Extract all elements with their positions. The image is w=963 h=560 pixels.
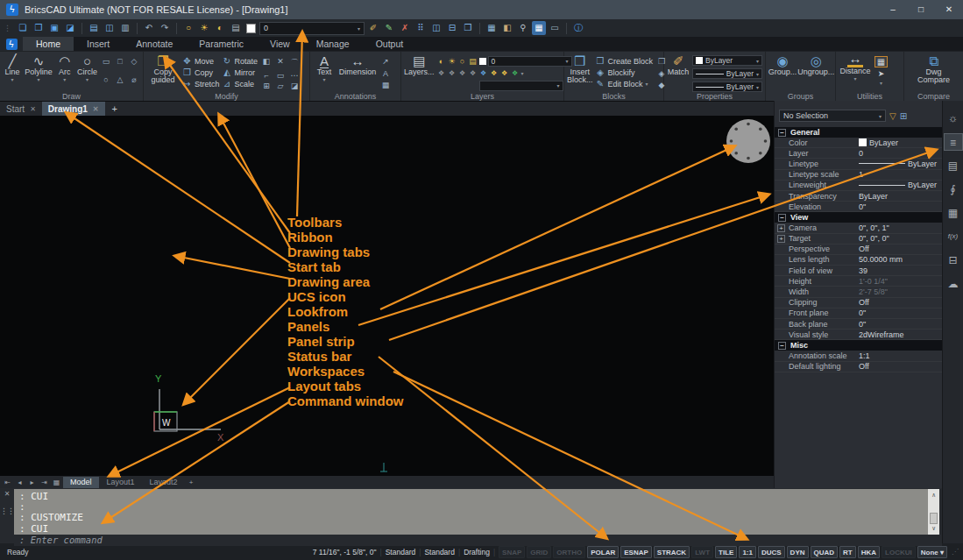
status-toggle-polar[interactable]: POLAR [587, 546, 619, 558]
last-tab-icon[interactable]: ⇥ [39, 478, 50, 486]
section-header-general[interactable]: −General [775, 127, 942, 138]
scroll-down-icon[interactable]: ∨ [928, 523, 939, 534]
first-tab-icon[interactable]: ⇤ [2, 478, 13, 486]
command-scrollbar[interactable]: ∧ ∨ [928, 489, 939, 535]
next-tab-icon[interactable]: ▸ [26, 478, 38, 486]
application-button[interactable]: ϟ [0, 37, 23, 51]
print-preview-icon[interactable]: ◫ [103, 21, 117, 35]
draw-tool-icon-6[interactable]: ⌀ [128, 75, 140, 92]
property-value[interactable]: 0" [859, 308, 942, 317]
property-value[interactable]: 0", 0", 1" [859, 223, 942, 232]
property-value[interactable]: 39 [859, 266, 942, 275]
redo-icon[interactable]: ↷ [158, 21, 172, 35]
structure-icon[interactable]: ⊟ [944, 252, 963, 269]
ribbon-tab-view[interactable]: View [257, 37, 303, 51]
property-value[interactable]: 1 [859, 170, 942, 179]
distance-button[interactable]: ↔ Distance▾ [839, 53, 872, 91]
draw-tool-icon-4[interactable]: ○ [100, 75, 112, 92]
layer-state-dropdown[interactable]: ▾ [479, 81, 563, 91]
text-tool-button[interactable]: A Text▾ [313, 53, 336, 91]
status-toggle-none[interactable]: None ▾ [917, 546, 947, 558]
status-field-standard[interactable]: Standard [424, 548, 455, 556]
property-value[interactable]: ByLayer [859, 192, 942, 201]
save-icon[interactable]: ▣ [47, 21, 61, 35]
layer-select-dropdown[interactable]: 0▾ [488, 56, 572, 67]
modify-tool-icon-7[interactable]: ⊞ [260, 82, 273, 91]
coordinates-display[interactable]: 7 11/16", -1 5/8", 0" [313, 548, 377, 556]
layer-toggle-icon-1[interactable]: ▤ [469, 57, 478, 66]
command-window-grip[interactable]: ⋮⋮ [0, 507, 14, 515]
layers-icon[interactable]: ▤ [944, 157, 963, 174]
layout-tab-model[interactable]: Model [63, 477, 99, 488]
status-toggle-strack[interactable]: STRACK [654, 546, 690, 558]
line-tool-button[interactable]: ╱ Line▾ [3, 53, 22, 91]
mechanical-browser-icon[interactable]: f(x) [944, 228, 963, 245]
layer-off-icon[interactable]: ○ [181, 21, 195, 35]
create-block-button[interactable]: ❒Create Block [596, 56, 654, 66]
layer-state-icon-7[interactable]: ❖ [500, 69, 509, 77]
attachments-icon[interactable]: ∮ [944, 181, 963, 198]
layer-state-icon-4[interactable]: ❖ [469, 69, 478, 77]
layout-tab-layout1[interactable]: Layout1 [100, 477, 142, 488]
selection-dropdown[interactable]: No Selection▾ [779, 110, 886, 122]
toolbar-grip[interactable]: ⋮ [4, 24, 11, 32]
ungroup-button[interactable]: ◎ Ungroup... [799, 53, 832, 91]
property-value[interactable]: Off [859, 362, 942, 371]
drawing-area[interactable]: W Y X [0, 116, 774, 476]
clean-screen-icon[interactable]: ▭ [548, 21, 562, 35]
quick-select-icon[interactable]: ▦ [874, 56, 888, 67]
chevron-down-icon[interactable]: ▾ [521, 70, 524, 76]
minimize-button[interactable]: – [879, 0, 907, 19]
ribbon-tab-parametric[interactable]: Parametric [186, 37, 257, 51]
sheet-sets-icon[interactable]: ▦ [944, 204, 963, 222]
layer-toggle-icon-4[interactable]: ◐ [437, 57, 446, 66]
modify-tool-icon-4[interactable]: ⌐ [260, 71, 273, 81]
utilities-more-carat[interactable]: ▾ [880, 80, 882, 86]
stretch-button[interactable]: ↦Stretch [182, 79, 220, 89]
scale-button[interactable]: ⊿Scale [223, 79, 258, 89]
entity-color-dropdown[interactable]: ByLayer▾ [692, 55, 762, 66]
status-toggle-grid[interactable]: GRID [527, 546, 551, 558]
layer-state-icon-8[interactable]: ❖ [511, 69, 520, 77]
edit-entity-icon[interactable]: ✎ [382, 21, 396, 35]
status-toggle-lockui[interactable]: LOCKUI [882, 546, 916, 558]
id-point-icon[interactable]: ➤ [878, 69, 885, 78]
section-header-misc[interactable]: −Misc [775, 340, 942, 351]
layout-tab-layout2[interactable]: Layout2 [143, 477, 185, 488]
property-value[interactable]: ByLayer [859, 181, 942, 189]
expand-icon[interactable]: + [777, 235, 785, 243]
open-file-icon[interactable]: ❐ [32, 21, 46, 35]
close-tab-icon[interactable]: ✕ [93, 105, 99, 113]
ribbon-tab-annotate[interactable]: Annotate [123, 37, 186, 51]
annotation-tool-icon-2[interactable]: A [379, 69, 392, 80]
expand-icon[interactable]: + [777, 224, 785, 232]
drawing-tab-start[interactable]: Start✕ [0, 102, 42, 116]
status-field-standard[interactable]: Standard [386, 548, 416, 556]
page-setup-icon[interactable]: ▤ [87, 21, 101, 35]
array-icon[interactable]: ⠿ [414, 21, 428, 35]
new-file-icon[interactable]: ❏ [16, 21, 30, 35]
draw-tool-icon-5[interactable]: △ [114, 75, 126, 92]
layer-color-swatch[interactable] [479, 58, 486, 65]
eraser-icon[interactable]: ◧ [500, 21, 514, 35]
tile-vertical-icon[interactable]: ⊟ [445, 21, 459, 35]
layer-on-icon[interactable]: ☀ [197, 21, 211, 35]
property-value[interactable]: 0" [859, 320, 942, 329]
modify-tool-icon-2[interactable]: ✕ [274, 57, 287, 69]
circle-tool-button[interactable]: ○ Circle▾ [77, 53, 97, 91]
property-value[interactable]: 2dWireframe [859, 330, 942, 339]
status-toggle-snap[interactable]: SNAP [499, 546, 525, 558]
layer-state-icon-2[interactable]: ❖ [448, 69, 457, 77]
modify-tool-icon-8[interactable]: ▱ [274, 82, 287, 91]
prev-tab-icon[interactable]: ◂ [14, 478, 25, 486]
property-value[interactable]: ByLayer [859, 159, 942, 168]
property-value[interactable]: 0" [859, 202, 942, 211]
status-toggle-esnap[interactable]: ESNAP [620, 546, 652, 558]
collapse-icon[interactable]: − [778, 129, 786, 137]
polyline-tool-button[interactable]: ∿ Polyline▾ [25, 53, 53, 91]
edit-block-button[interactable]: ✎Edit Block▾ [596, 79, 654, 89]
select-filter-icon[interactable]: ▽ [889, 111, 896, 121]
maximize-button[interactable]: □ [907, 0, 935, 19]
layer-toggle-icon-3[interactable]: ☀ [448, 57, 457, 66]
modify-tool-icon-1[interactable]: ◧ [260, 57, 273, 69]
